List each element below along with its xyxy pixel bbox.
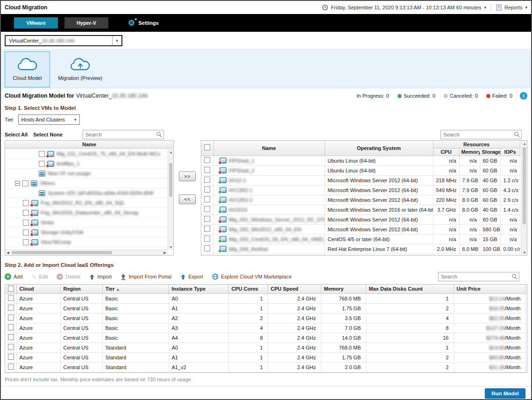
tree-name-header[interactable]: Name	[5, 141, 173, 149]
run-model-button[interactable]: Run Model	[485, 388, 525, 399]
column-header-cpu-cores[interactable]: CPU Cores	[228, 285, 268, 293]
tree-item[interactable]: Fog_Win2016_Datacenter_x86_64_Storag	[5, 208, 168, 218]
checkbox[interactable]	[8, 305, 14, 311]
checkbox[interactable]	[8, 334, 14, 340]
column-header-storage[interactable]: Storage	[480, 148, 500, 156]
scroll-right-icon[interactable]: ▶	[162, 250, 168, 256]
checkbox[interactable]	[204, 186, 210, 193]
column-header-cpu[interactable]: CPU	[433, 148, 459, 156]
column-header-region[interactable]: Region	[60, 285, 102, 293]
column-header-cpu-speed[interactable]: CPU Speed	[268, 285, 321, 293]
table-row[interactable]: AzureCentral USStandardA012.4 GHz768.0 M…	[5, 343, 525, 352]
tile-cloud-model[interactable]: Cloud Model	[5, 51, 50, 87]
info-icon[interactable]	[520, 92, 527, 100]
checkbox[interactable]	[8, 295, 14, 301]
tier-select[interactable]: Hosts And Clusters ▾	[18, 114, 80, 125]
tree-item[interactable]: Sinba	[5, 218, 168, 228]
tree-item[interactable]: testflips_1	[5, 159, 168, 169]
checkbox[interactable]	[204, 157, 210, 163]
checkbox[interactable]	[23, 210, 29, 216]
tree-item[interactable]: Others	[5, 179, 168, 188]
delete-button[interactable]: − Delete	[57, 273, 80, 280]
table-row[interactable]: AzureCentral USStandardA112.4 GHz1.75 GB…	[5, 352, 525, 362]
checkbox[interactable]	[8, 314, 14, 321]
source-search-input[interactable]	[83, 130, 164, 139]
table-row[interactable]: FIPShad_2Ubuntu Linux (64-bit)n/an/a60 G…	[201, 165, 520, 175]
checkbox[interactable]	[204, 167, 210, 173]
table-row[interactable]: AzureCentral USBasicA342.4 GHz7.0 GB8$13…	[5, 323, 525, 333]
checkbox[interactable]	[23, 229, 29, 236]
checkbox[interactable]	[204, 236, 210, 242]
table-row[interactable]: HV12R2-1Microsoft Windows Server 2012 (6…	[201, 185, 520, 195]
column-header-os[interactable]: Operating System	[325, 141, 433, 156]
vm-table-scrollbar[interactable]: ▲ ▼	[521, 141, 527, 255]
time-range-caret-icon[interactable]: ▾	[484, 5, 486, 10]
checkbox[interactable]	[39, 161, 45, 167]
move-left-button[interactable]: <<	[179, 194, 196, 204]
tree-vertical-scrollbar[interactable]: ▲ ▼	[168, 149, 173, 250]
checkbox[interactable]	[23, 220, 29, 226]
export-button[interactable]: Export	[180, 274, 203, 280]
table-row[interactable]: FIPShad_1Ubuntu Linux (64-bit)n/an/a60 G…	[201, 156, 520, 165]
column-header-memory[interactable]: Memory	[459, 148, 480, 156]
tree-item[interactable]: Fog_Win2012_R2_EN_x86_64_SQL	[5, 198, 168, 208]
tree-item[interactable]: System vDC (aFu8ISSa-a0da-4160-8204-d54f	[5, 188, 168, 198]
checkbox[interactable]	[23, 200, 29, 206]
settings-button[interactable]: ⚙✦ Settings	[128, 19, 159, 27]
checkbox[interactable]	[39, 151, 45, 157]
scroll-up-icon[interactable]: ▲	[522, 141, 527, 146]
column-header-tier[interactable]: Tier▲	[102, 285, 169, 293]
checkbox[interactable]	[22, 180, 28, 186]
reports-menu[interactable]: Reports	[504, 5, 523, 10]
checkbox[interactable]	[23, 239, 29, 245]
vcenter-dropdown[interactable]: VirtualCenter_10.30.180.144 ▾	[5, 35, 122, 46]
column-header-max-data-disks[interactable]: Max Data Disks Count	[366, 285, 454, 293]
scroll-thumb[interactable]	[523, 147, 526, 224]
select-all-checkbox[interactable]	[8, 286, 14, 292]
column-header-iops[interactable]: IOPs	[500, 148, 520, 156]
checkbox[interactable]	[204, 245, 210, 251]
table-row[interactable]: Mig_003_CentOS_56_EN_x86_64_VMID_2CentOS…	[201, 234, 520, 244]
scroll-thumb[interactable]	[169, 163, 172, 197]
move-right-button[interactable]: >>	[179, 171, 196, 181]
edit-button[interactable]: ✎ Edit	[32, 273, 48, 280]
column-header-name[interactable]: Name	[213, 141, 325, 156]
tab-hyperv[interactable]: Hyper-V	[64, 17, 108, 29]
select-none-button[interactable]: Select None	[33, 132, 63, 137]
checkbox[interactable]	[204, 216, 210, 222]
checkbox[interactable]	[204, 196, 210, 202]
vcenter-caret-icon[interactable]: ▾	[112, 36, 121, 45]
table-row[interactable]: HV12-1Microsoft Windows Server 2012 (64-…	[201, 175, 520, 185]
tree-item[interactable]: Mig_011_CentOS_75_x86_64_EN Multi NICs	[5, 149, 168, 159]
checkbox[interactable]	[204, 177, 210, 183]
table-row[interactable]: HV2019Microsoft Windows Server 2016 or l…	[201, 205, 520, 214]
checkbox[interactable]	[204, 226, 210, 232]
tree-item[interactable]: Storage Unity/VSA	[5, 228, 168, 237]
scroll-left-icon[interactable]: ◀	[5, 250, 11, 256]
table-row[interactable]: HV12R2-2Microsoft Windows Server 2012 (6…	[201, 195, 520, 205]
table-row[interactable]: AzureCentral USBasicA012.4 GHz768.0 MB1$…	[5, 293, 525, 303]
time-range-label[interactable]: Friday, September 11, 2020 9:13:13 AM - …	[331, 5, 482, 10]
tile-migration-preview[interactable]: Migration (Preview)	[57, 51, 103, 87]
scroll-down-icon[interactable]: ▼	[522, 250, 527, 255]
table-row[interactable]: Mig_004_RedhatRed Hat Enterprise Linux 7…	[201, 244, 520, 254]
tree-horizontal-scrollbar[interactable]: ◀ ▶	[5, 250, 168, 255]
table-row[interactable]: AzureCentral USStandardA1_v212.4 GHz2.0 …	[5, 362, 525, 372]
column-header-cloud[interactable]: Cloud	[16, 285, 60, 293]
table-row[interactable]: AzureCentral USBasicA482.4 GHz14.0 GB16$…	[5, 333, 525, 343]
scroll-thumb[interactable]	[12, 251, 112, 254]
table-row[interactable]: AzureCentral USBasicA222.4 GHz3.5 GB4$62…	[5, 313, 525, 323]
import-from-portal-button[interactable]: Import From Portal	[121, 274, 171, 280]
checkbox[interactable]	[8, 364, 14, 370]
offerings-search-input[interactable]	[438, 272, 519, 281]
tree-item[interactable]: View78Comp	[5, 237, 168, 247]
table-row[interactable]: Mig_001_Windows_Server_2012_R2_STD_E...M…	[201, 214, 520, 224]
add-button[interactable]: + Add	[5, 273, 23, 280]
explore-marketplace-button[interactable]: Explore Cloud VM Marketplace	[212, 273, 292, 280]
scroll-down-icon[interactable]: ▼	[168, 244, 174, 250]
tab-vmware[interactable]: VMware	[14, 17, 58, 29]
column-header-unit-price[interactable]: Unit Price	[454, 285, 525, 293]
table-row[interactable]: AzureCentral USBasicA112.4 GHz1.75 GB2$1…	[5, 303, 525, 313]
import-button[interactable]: Import	[89, 274, 112, 280]
collapse-icon[interactable]	[15, 181, 20, 186]
